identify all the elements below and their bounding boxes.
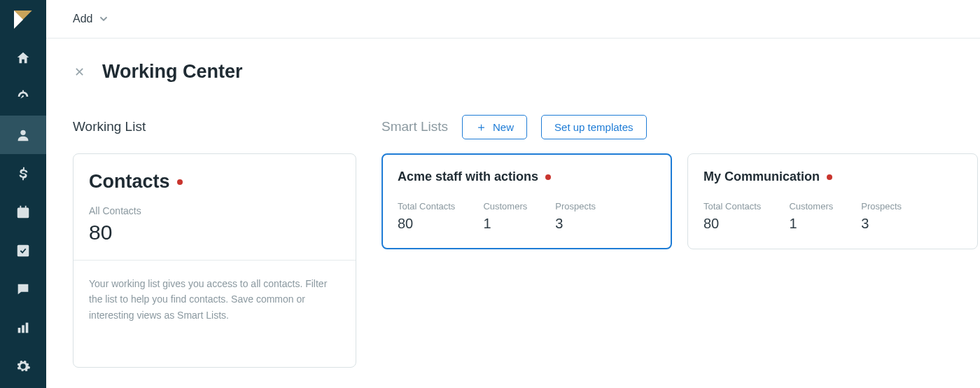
contacts-card[interactable]: Contacts All Contacts 80 Your working li…: [73, 153, 356, 368]
sidebar-item-home[interactable]: [0, 39, 46, 77]
gauge-icon: [15, 89, 31, 104]
metric-total: Total Contacts 80: [704, 201, 761, 232]
add-label: Add: [73, 13, 92, 25]
svg-rect-7: [26, 322, 29, 333]
main: Add ✕ Working Center Working List: [46, 0, 980, 388]
sidebar-item-money[interactable]: [0, 154, 46, 193]
smart-lists-title: Smart Lists: [382, 119, 448, 134]
status-dot: [177, 179, 183, 185]
sidebar-item-tasks[interactable]: [0, 231, 46, 270]
smart-cards: Acme staff with actions Total Contacts 8…: [382, 153, 978, 249]
sidebar: [0, 0, 46, 388]
setup-label: Set up templates: [554, 121, 634, 133]
app-logo[interactable]: [0, 0, 46, 39]
dollar-icon: [15, 166, 31, 181]
working-list-title: Working List: [73, 119, 146, 134]
working-list-header: Working List: [73, 114, 356, 139]
new-label: New: [493, 121, 514, 133]
working-list-column: Working List Contacts All Contacts 80: [73, 114, 356, 368]
svg-point-3: [20, 130, 25, 134]
smart-card-title: Acme staff with actions: [398, 169, 538, 184]
setup-templates-button[interactable]: Set up templates: [541, 115, 647, 139]
svg-rect-5: [18, 328, 21, 333]
topbar: Add: [46, 0, 980, 39]
sidebar-item-settings[interactable]: [0, 347, 46, 385]
contacts-title: Contacts: [89, 171, 170, 193]
calendar-icon: [15, 205, 31, 220]
metric-customers: Customers 1: [483, 201, 527, 232]
sidebar-item-gauge[interactable]: [0, 77, 46, 116]
close-icon[interactable]: ✕: [73, 64, 85, 80]
sidebar-item-contacts[interactable]: [0, 116, 46, 154]
status-dot: [827, 174, 832, 180]
metric-total: Total Contacts 80: [398, 201, 455, 232]
plus-icon: ＋: [475, 121, 487, 133]
smart-card-title: My Communication: [704, 169, 820, 184]
gear-icon: [15, 359, 31, 374]
app-root: Add ✕ Working Center Working List: [0, 0, 980, 388]
metric-prospects: Prospects 3: [555, 201, 596, 232]
checkbox-icon: [15, 243, 31, 258]
status-dot: [545, 174, 551, 180]
metric-prospects: Prospects 3: [861, 201, 902, 232]
sidebar-item-chat[interactable]: [0, 270, 46, 308]
metric-customers: Customers 1: [789, 201, 833, 232]
smart-lists-column: Smart Lists ＋ New Set up templates Acm: [382, 114, 978, 249]
chat-icon: [15, 282, 31, 297]
smart-card-my-communication[interactable]: My Communication Total Contacts 80 Custo…: [687, 153, 978, 249]
home-icon: [15, 50, 31, 66]
add-button[interactable]: Add: [73, 13, 108, 25]
sidebar-item-calendar[interactable]: [0, 193, 46, 231]
sidebar-item-reports[interactable]: [0, 308, 46, 347]
contacts-title-row: Contacts: [89, 171, 340, 193]
page-title: Working Center: [102, 61, 243, 83]
page-header: ✕ Working Center: [73, 61, 978, 83]
columns: Working List Contacts All Contacts 80: [73, 114, 978, 368]
smart-card-acme[interactable]: Acme staff with actions Total Contacts 8…: [382, 153, 672, 249]
chart-icon: [15, 320, 31, 335]
contacts-metric-label: All Contacts: [89, 205, 340, 216]
contacts-metric-value: 80: [89, 221, 340, 244]
svg-rect-4: [18, 244, 29, 256]
chevron-down-icon: [99, 15, 108, 23]
svg-rect-6: [22, 325, 24, 333]
new-smart-list-button[interactable]: ＋ New: [462, 115, 527, 139]
person-icon: [15, 127, 31, 143]
smart-lists-header: Smart Lists ＋ New Set up templates: [382, 114, 978, 139]
content: ✕ Working Center Working List Contacts: [46, 39, 980, 388]
contacts-help-text: Your working list gives you access to al…: [89, 261, 340, 352]
